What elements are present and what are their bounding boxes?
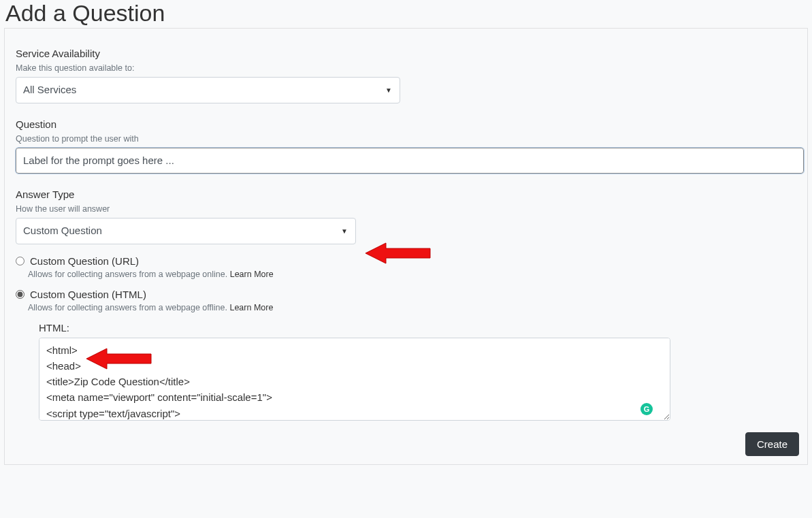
- service-heading: Service Availability: [16, 48, 796, 59]
- custom-url-help-text: Allows for collecting answers from a web…: [28, 270, 227, 279]
- html-textarea-wrap: G: [39, 338, 670, 423]
- answer-type-select-wrap: Custom Question: [16, 218, 356, 244]
- custom-html-help-text: Allows for collecting answers from a web…: [28, 303, 227, 312]
- html-editor-block: HTML: G: [39, 322, 796, 423]
- custom-html-learn-more[interactable]: Learn More: [229, 303, 273, 312]
- service-availability-group: Service Availability Make this question …: [16, 48, 796, 103]
- custom-url-label: Custom Question (URL): [30, 255, 139, 267]
- page-title: Add a Question: [0, 0, 812, 28]
- custom-html-block: Custom Question (HTML) Allows for collec…: [16, 289, 796, 423]
- html-label: HTML:: [39, 322, 796, 334]
- custom-url-block: Custom Question (URL) Allows for collect…: [16, 255, 796, 279]
- service-help: Make this question available to:: [16, 63, 796, 73]
- custom-html-radio[interactable]: [16, 290, 25, 299]
- question-help: Question to prompt the user with: [16, 134, 796, 144]
- custom-html-label: Custom Question (HTML): [30, 289, 146, 300]
- create-button[interactable]: Create: [745, 432, 799, 456]
- custom-html-row[interactable]: Custom Question (HTML): [16, 289, 796, 300]
- service-select[interactable]: All Services: [16, 77, 400, 103]
- question-heading: Question: [16, 118, 796, 130]
- custom-url-help: Allows for collecting answers from a web…: [28, 270, 796, 279]
- question-input[interactable]: [16, 148, 804, 174]
- answer-type-group: Answer Type How the user will answer Cus…: [16, 189, 796, 244]
- custom-url-radio[interactable]: [16, 257, 25, 265]
- grammarly-icon[interactable]: G: [640, 403, 653, 415]
- html-textarea[interactable]: [39, 338, 670, 421]
- custom-url-row[interactable]: Custom Question (URL): [16, 255, 796, 267]
- custom-url-learn-more[interactable]: Learn More: [230, 270, 274, 279]
- question-group: Question Question to prompt the user wit…: [16, 118, 796, 174]
- answer-type-heading: Answer Type: [16, 189, 796, 200]
- form-panel: Service Availability Make this question …: [4, 28, 808, 465]
- custom-html-help: Allows for collecting answers from a web…: [28, 303, 796, 312]
- answer-type-select[interactable]: Custom Question: [16, 218, 356, 244]
- service-select-wrap: All Services: [16, 77, 400, 103]
- answer-type-help: How the user will answer: [16, 204, 796, 214]
